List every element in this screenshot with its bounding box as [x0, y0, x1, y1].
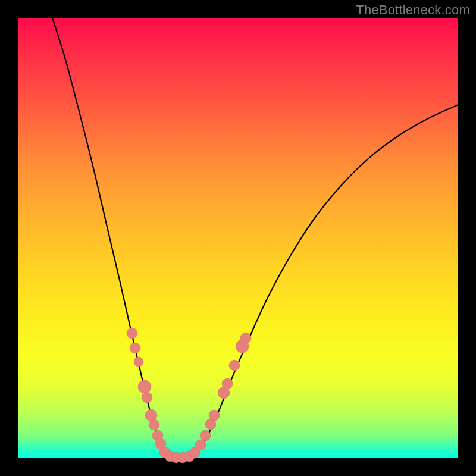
- chart-plot-area: [18, 18, 458, 458]
- sample-dot: [209, 410, 220, 421]
- sample-dot: [142, 392, 152, 403]
- bottleneck-curve-svg: [18, 18, 458, 458]
- sample-dot: [229, 360, 240, 371]
- sample-dot: [240, 333, 251, 343]
- sample-dot: [200, 430, 211, 441]
- sample-dot: [149, 419, 159, 430]
- bottleneck-curve: [52, 18, 458, 458]
- sample-dot: [222, 378, 233, 389]
- sample-dot: [138, 380, 151, 393]
- sample-dot: [134, 357, 143, 367]
- sample-dot: [127, 328, 137, 339]
- sample-dots: [127, 328, 251, 463]
- sample-dot: [195, 440, 206, 450]
- watermark-text: TheBottleneck.com: [356, 2, 470, 18]
- sample-dot: [130, 343, 140, 353]
